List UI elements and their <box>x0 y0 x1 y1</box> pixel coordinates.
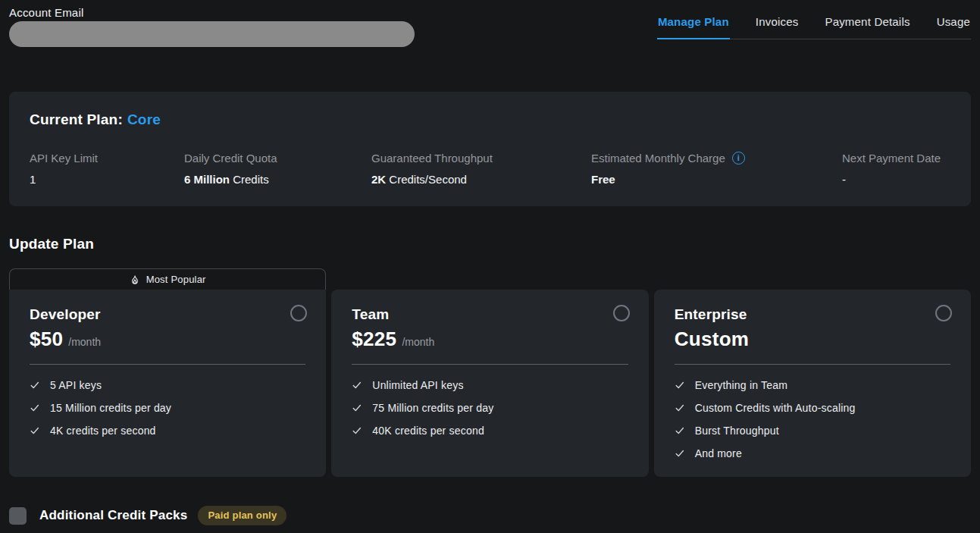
check-icon <box>675 403 685 413</box>
plan-feature-text: Everything in Team <box>695 379 787 391</box>
flame-icon <box>130 274 140 285</box>
plan-price: $225 <box>352 328 396 351</box>
stat-api-key-limit: API Key Limit 1 <box>30 152 184 186</box>
check-icon <box>30 380 40 390</box>
stat-value: 6 Million Credits <box>184 173 371 186</box>
plan-column-team: Team $225 /month Unlimited API keys 75 M… <box>331 268 648 477</box>
plan-period: /month <box>68 336 101 348</box>
stat-label: Guaranteed Throughput <box>371 152 591 165</box>
current-plan-title-prefix: Current Plan: <box>30 111 123 127</box>
account-email-block: Account Email <box>9 0 415 47</box>
stat-label: Daily Credit Quota <box>184 152 371 165</box>
plan-card-team[interactable]: Team $225 /month Unlimited API keys 75 M… <box>331 290 648 477</box>
most-popular-banner: Most Popular <box>9 268 326 290</box>
plan-price: $50 <box>30 328 63 351</box>
plan-feature: Custom Credits with Auto-scaling <box>675 397 950 419</box>
plan-feature-text: Burst Throughput <box>695 425 779 437</box>
plan-price-row: $225 /month <box>352 328 628 352</box>
stat-label: Estimated Monthly Charge <box>591 152 725 165</box>
page-header: Account Email Manage Plan Invoices Payme… <box>9 0 971 47</box>
plan-feature: And more <box>675 442 950 465</box>
stat-daily-credit-quota: Daily Credit Quota 6 Million Credits <box>184 152 371 186</box>
stat-value: Free <box>591 173 842 186</box>
plan-feature-text: 5 API keys <box>50 379 102 391</box>
plans-row: Most Popular Developer $50 /month 5 API … <box>9 268 971 477</box>
plan-radio-enterprise[interactable] <box>935 305 952 321</box>
stat-value-normal: Credits/Second <box>386 173 467 186</box>
credit-packs-row: Additional Credit Packs Paid plan only <box>9 506 971 525</box>
billing-page: Account Email Manage Plan Invoices Payme… <box>0 0 980 533</box>
stat-value-normal: Credits <box>230 173 269 186</box>
info-circle-icon[interactable]: i <box>732 152 745 165</box>
credit-packs-label: Additional Credit Packs <box>39 508 187 523</box>
stat-label-row: Estimated Monthly Charge i <box>591 152 842 165</box>
check-icon <box>30 425 40 436</box>
plan-column-enterprise: Enterprise Custom Everything in Team Cus… <box>654 268 971 477</box>
plan-name: Team <box>352 306 628 323</box>
current-plan-name: Core <box>127 111 161 127</box>
plan-feature-list: 5 API keys 15 Million credits per day 4K… <box>30 374 305 442</box>
plan-price-row: Custom <box>675 328 950 352</box>
account-email-input[interactable] <box>9 21 415 47</box>
stat-guaranteed-throughput: Guaranteed Throughput 2K Credits/Second <box>371 152 591 186</box>
plan-feature: 15 Million credits per day <box>30 397 305 419</box>
update-plan-heading: Update Plan <box>9 236 971 252</box>
plan-name: Enterprise <box>675 306 950 323</box>
plan-card-enterprise[interactable]: Enterprise Custom Everything in Team Cus… <box>654 290 971 477</box>
plan-divider <box>30 364 305 365</box>
plan-card-developer[interactable]: Developer $50 /month 5 API keys 15 Milli… <box>9 290 326 477</box>
plan-feature-text: 75 Million credits per day <box>372 402 493 414</box>
plan-feature: Everything in Team <box>675 374 950 397</box>
tab-invoices[interactable]: Invoices <box>755 15 800 39</box>
plan-period: /month <box>402 336 434 348</box>
plan-feature-list: Everything in Team Custom Credits with A… <box>675 374 950 465</box>
check-icon <box>352 403 362 413</box>
stat-value-strong: Free <box>591 173 615 186</box>
plan-name: Developer <box>30 306 305 323</box>
plan-feature-text: 15 Million credits per day <box>50 402 171 414</box>
stat-label: Next Payment Date <box>842 152 950 165</box>
plan-price: Custom <box>675 328 750 351</box>
plan-feature-text: 4K credits per second <box>50 425 156 437</box>
plan-divider <box>675 364 950 365</box>
check-icon <box>352 380 362 390</box>
stat-value-normal: - <box>842 173 846 186</box>
current-plan-card: Current Plan:Core API Key Limit 1 Daily … <box>9 92 971 206</box>
stat-next-payment-date: Next Payment Date - <box>842 152 950 186</box>
stat-estimated-monthly-charge: Estimated Monthly Charge i Free <box>591 152 842 186</box>
tab-manage-plan[interactable]: Manage Plan <box>657 15 730 39</box>
check-icon <box>675 425 685 436</box>
account-email-label: Account Email <box>9 6 415 19</box>
plan-column-developer: Most Popular Developer $50 /month 5 API … <box>9 268 326 477</box>
stat-value: 1 <box>30 173 184 186</box>
current-plan-title: Current Plan:Core <box>30 111 950 128</box>
plan-feature-text: Custom Credits with Auto-scaling <box>695 402 856 414</box>
plan-feature: 4K credits per second <box>30 419 305 442</box>
plan-header-spacer <box>331 268 648 290</box>
plan-feature: 40K credits per second <box>352 419 628 442</box>
plan-header-spacer <box>654 268 971 290</box>
check-icon <box>675 380 685 390</box>
stat-value: - <box>842 173 950 186</box>
current-plan-stats: API Key Limit 1 Daily Credit Quota 6 Mil… <box>30 152 950 186</box>
plan-feature-text: And more <box>695 447 742 459</box>
stat-label: API Key Limit <box>30 152 184 165</box>
plan-radio-team[interactable] <box>613 305 630 321</box>
plan-price-row: $50 /month <box>30 328 305 352</box>
most-popular-label: Most Popular <box>146 274 206 285</box>
plan-divider <box>352 364 628 365</box>
plan-feature-text: 40K credits per second <box>372 425 484 437</box>
check-icon <box>675 448 685 459</box>
plan-feature: Burst Throughput <box>675 419 950 442</box>
stat-value-normal: 1 <box>30 173 36 186</box>
plan-feature-list: Unlimited API keys 75 Million credits pe… <box>352 374 628 442</box>
plan-feature: Unlimited API keys <box>352 374 628 397</box>
stat-value: 2K Credits/Second <box>371 173 591 186</box>
credit-packs-checkbox[interactable] <box>9 507 27 525</box>
plan-feature: 75 Million credits per day <box>352 397 628 419</box>
tab-usage[interactable]: Usage <box>936 15 971 39</box>
tab-payment-details[interactable]: Payment Details <box>824 15 910 39</box>
plan-feature-text: Unlimited API keys <box>372 379 463 391</box>
plan-feature: 5 API keys <box>30 374 305 397</box>
tab-bar: Manage Plan Invoices Payment Details Usa… <box>657 15 971 39</box>
